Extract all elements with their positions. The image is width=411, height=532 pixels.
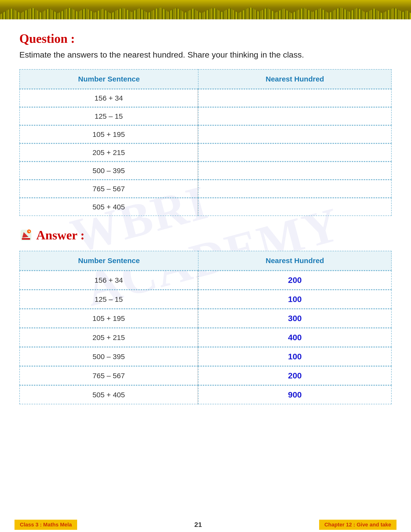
question-table-row: 500 – 395 <box>19 162 392 180</box>
question-table-row: 125 – 15 <box>19 107 392 125</box>
answer-sentence-cell: 500 – 395 <box>19 347 198 366</box>
footer: Class 3 : Maths Mela 21 Chapter 12 : Giv… <box>0 517 411 532</box>
answer-section: ✎ Answer : Number Sentence Nearest Hundr… <box>19 228 392 404</box>
question-table-row: 505 + 405 <box>19 198 392 216</box>
question-subtitle: Estimate the answers to the nearest hund… <box>19 50 392 59</box>
footer-right: Chapter 12 : Give and take <box>319 520 396 530</box>
question-answer-cell <box>198 162 392 180</box>
answer-value-cell: 300 <box>198 309 392 328</box>
answer-table-row: 765 – 567200 <box>19 366 392 385</box>
question-sentence-cell: 505 + 405 <box>19 198 198 216</box>
question-answer-cell <box>198 180 392 198</box>
question-sentence-cell: 205 + 215 <box>19 143 198 162</box>
svg-text:✎: ✎ <box>28 230 30 233</box>
question-table-row: 765 – 567 <box>19 180 392 198</box>
answer-value-cell: 200 <box>198 366 392 385</box>
answer-title-row: ✎ Answer : <box>19 228 392 242</box>
pencil-icon: ✎ <box>19 228 33 242</box>
question-sentence-cell: 105 + 195 <box>19 125 198 143</box>
answer-sentence-cell: 125 – 15 <box>19 290 198 309</box>
question-table-col2-header: Nearest Hundred <box>198 69 392 89</box>
question-table-col1-header: Number Sentence <box>19 69 198 89</box>
answer-table-row: 500 – 395100 <box>19 347 392 366</box>
answer-sentence-cell: 765 – 567 <box>19 366 198 385</box>
answer-value-cell: 400 <box>198 328 392 347</box>
footer-center: 21 <box>194 521 202 529</box>
question-answer-cell <box>198 107 392 125</box>
answer-table-row: 205 + 215400 <box>19 328 392 347</box>
answer-sentence-cell: 205 + 215 <box>19 328 198 347</box>
question-answer-cell <box>198 143 392 162</box>
question-sentence-cell: 125 – 15 <box>19 107 198 125</box>
answer-table-row: 105 + 195300 <box>19 309 392 328</box>
answer-table-col1-header: Number Sentence <box>19 251 198 271</box>
answer-table-row: 125 – 15100 <box>19 290 392 309</box>
answer-sentence-cell: 105 + 195 <box>19 309 198 328</box>
answer-value-cell: 100 <box>198 290 392 309</box>
top-banner <box>0 0 411 19</box>
question-answer-cell <box>198 125 392 143</box>
footer-left: Class 3 : Maths Mela <box>15 520 77 530</box>
question-title: Question : <box>19 31 392 46</box>
answer-table-row: 156 + 34200 <box>19 271 392 290</box>
question-answer-cell <box>198 198 392 216</box>
question-sentence-cell: 500 – 395 <box>19 162 198 180</box>
answer-sentence-cell: 505 + 405 <box>19 385 198 404</box>
answer-sentence-cell: 156 + 34 <box>19 271 198 290</box>
question-table: Number Sentence Nearest Hundred 156 + 34… <box>19 69 392 216</box>
question-sentence-cell: 765 – 567 <box>19 180 198 198</box>
question-table-row: 105 + 195 <box>19 125 392 143</box>
question-sentence-cell: 156 + 34 <box>19 89 198 107</box>
question-table-row: 205 + 215 <box>19 143 392 162</box>
svg-rect-1 <box>22 238 30 240</box>
question-table-row: 156 + 34 <box>19 89 392 107</box>
answer-value-cell: 200 <box>198 271 392 290</box>
answer-value-cell: 100 <box>198 347 392 366</box>
answer-value-cell: 900 <box>198 385 392 404</box>
answer-table: Number Sentence Nearest Hundred 156 + 34… <box>19 251 392 404</box>
answer-title: Answer : <box>36 228 85 242</box>
question-answer-cell <box>198 89 392 107</box>
answer-table-col2-header: Nearest Hundred <box>198 251 392 271</box>
answer-table-row: 505 + 405900 <box>19 385 392 404</box>
